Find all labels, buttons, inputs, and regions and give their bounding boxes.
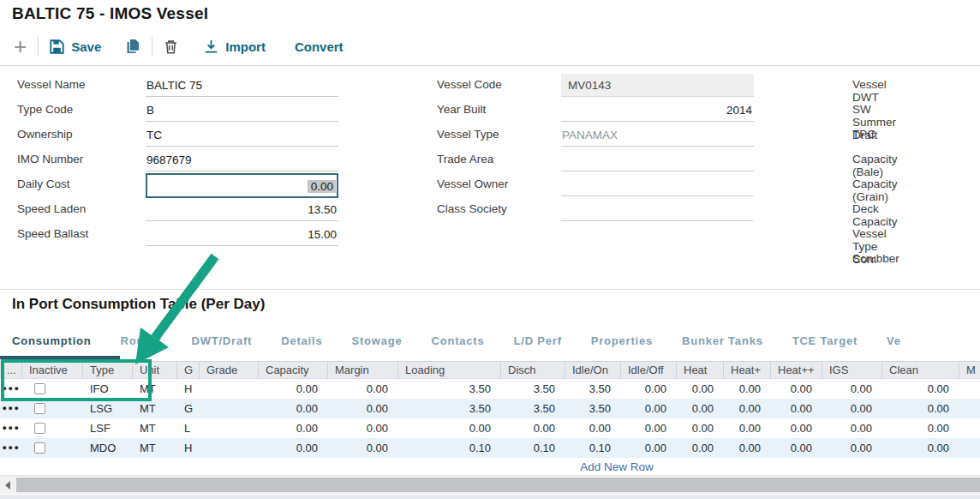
cell-g[interactable]: H — [177, 379, 200, 399]
cell-idle-off[interactable]: 0.00 — [621, 418, 677, 438]
cell-g[interactable]: H — [177, 438, 200, 458]
tab-dwt-draft[interactable]: DWT/Draft — [191, 334, 252, 347]
cell-margin[interactable]: 0.00 — [328, 379, 398, 399]
cell-type[interactable]: LSG — [83, 399, 133, 418]
inactive-checkbox[interactable] — [34, 403, 45, 414]
save-button[interactable]: Save — [50, 39, 101, 54]
cell-clean[interactable]: 0.00 — [882, 399, 959, 418]
cell-type[interactable]: IFO — [83, 379, 133, 399]
cell-heat[interactable]: 0.00 — [724, 438, 771, 458]
cell-heat[interactable]: 0.00 — [771, 379, 822, 399]
cell-igs[interactable]: 0.00 — [822, 399, 882, 418]
cell-idle-on[interactable]: 3.50 — [565, 399, 621, 418]
cell-unit[interactable]: MT — [133, 418, 177, 438]
import-button[interactable]: Import — [204, 39, 266, 54]
tab-bunker-tanks[interactable]: Bunker Tanks — [682, 334, 763, 347]
cell-disch[interactable]: 0.00 — [501, 418, 565, 438]
cell-unit[interactable]: MT — [133, 438, 177, 458]
cell-heat[interactable]: 0.00 — [771, 438, 822, 458]
cell-margin[interactable]: 0.00 — [328, 418, 398, 438]
cell-capacity[interactable]: 0.00 — [259, 379, 328, 399]
cell-heat[interactable]: 0.00 — [677, 379, 724, 399]
inactive-checkbox[interactable] — [34, 383, 45, 394]
cell-loading[interactable]: 3.50 — [398, 379, 501, 399]
new-button[interactable]: + — [14, 38, 27, 55]
cell-grade[interactable] — [200, 379, 259, 399]
cell-type[interactable]: MDO — [83, 438, 133, 458]
tab-stowage[interactable]: Stowage — [351, 334, 402, 347]
cell-heat[interactable]: 0.00 — [724, 399, 771, 418]
cell-type[interactable]: LSF — [83, 418, 133, 438]
cell-disch[interactable]: 0.10 — [501, 438, 565, 458]
tab-contacts[interactable]: Contacts — [431, 334, 484, 347]
horizontal-scrollbar[interactable] — [0, 475, 980, 494]
cell-m[interactable] — [959, 399, 980, 418]
scrollbar-thumb[interactable] — [16, 478, 980, 492]
cell-idle-off[interactable]: 0.00 — [621, 379, 677, 399]
cell-idle-on[interactable]: 0.00 — [565, 418, 621, 438]
cell-idle-on[interactable]: 0.10 — [565, 438, 621, 458]
cell-m[interactable] — [959, 418, 980, 438]
cell-g[interactable]: L — [177, 418, 200, 438]
add-new-row-link[interactable]: Add New Row — [580, 460, 654, 473]
cell-heat[interactable]: 0.00 — [677, 399, 724, 418]
row-menu-button[interactable]: ●●● — [0, 379, 22, 399]
cell-idle-off[interactable]: 0.00 — [621, 399, 677, 418]
cell-heat[interactable]: 0.00 — [724, 379, 771, 399]
scroll-left-button[interactable] — [0, 476, 15, 494]
cell-grade[interactable] — [200, 399, 259, 418]
type-code-field[interactable]: B — [146, 99, 338, 122]
speed-laden-field[interactable]: 13.50 — [146, 198, 338, 221]
tab-ve[interactable]: Ve — [887, 334, 901, 347]
inactive-checkbox[interactable] — [34, 423, 45, 434]
tab-tce-target[interactable]: TCE Target — [792, 334, 858, 347]
class-society-field[interactable] — [561, 198, 754, 221]
cell-disch[interactable]: 3.50 — [501, 399, 565, 418]
cell-capacity[interactable]: 0.00 — [259, 438, 328, 458]
vessel-type-field[interactable]: PANAMAX — [561, 123, 754, 147]
cell-unit[interactable]: MT — [133, 379, 177, 399]
row-menu-button[interactable]: ●●● — [0, 438, 22, 458]
inactive-checkbox[interactable] — [34, 442, 45, 454]
cell-capacity[interactable]: 0.00 — [259, 418, 328, 438]
cell-heat[interactable]: 0.00 — [724, 418, 771, 438]
tab-consumption[interactable]: Consumption — [12, 334, 92, 347]
vessel-name-field[interactable]: BALTIC 75 — [146, 74, 338, 97]
ownership-field[interactable]: TC — [146, 123, 338, 147]
cell-loading[interactable]: 0.10 — [398, 438, 501, 458]
cell-capacity[interactable]: 0.00 — [259, 399, 328, 418]
daily-cost-field[interactable]: 0.00 — [146, 173, 338, 198]
cell-clean[interactable]: 0.00 — [882, 418, 959, 438]
cell-m[interactable] — [959, 438, 980, 458]
cell-m[interactable] — [959, 379, 980, 399]
cell-heat[interactable]: 0.00 — [677, 438, 724, 458]
cell-heat[interactable]: 0.00 — [677, 418, 724, 438]
cell-igs[interactable]: 0.00 — [822, 438, 882, 458]
cell-g[interactable]: G — [177, 399, 200, 418]
cell-heat[interactable]: 0.00 — [771, 418, 822, 438]
cell-margin[interactable]: 0.00 — [328, 438, 398, 458]
copy-button[interactable] — [125, 39, 140, 54]
tab-details[interactable]: Details — [281, 334, 322, 347]
tab-properties[interactable]: Properties — [591, 334, 653, 347]
cell-igs[interactable]: 0.00 — [822, 418, 882, 438]
cell-idle-off[interactable]: 0.00 — [621, 438, 677, 458]
delete-button[interactable] — [164, 39, 178, 54]
cell-grade[interactable] — [200, 418, 259, 438]
convert-button[interactable]: Convert — [295, 39, 344, 54]
cell-disch[interactable]: 3.50 — [501, 379, 565, 399]
row-menu-button[interactable]: ●●● — [0, 399, 22, 418]
speed-ballast-field[interactable]: 15.00 — [146, 223, 338, 246]
cell-grade[interactable] — [200, 438, 259, 458]
cell-idle-on[interactable]: 3.50 — [565, 379, 621, 399]
tab-l-d-perf[interactable]: L/D Perf — [514, 334, 562, 347]
year-built-field[interactable]: 2014 — [561, 99, 754, 122]
cell-loading[interactable]: 3.50 — [398, 399, 501, 418]
vessel-owner-field[interactable] — [561, 173, 754, 196]
cell-unit[interactable]: MT — [133, 399, 177, 418]
trade-area-field[interactable] — [561, 148, 754, 171]
cell-clean[interactable]: 0.00 — [882, 379, 959, 399]
cell-heat[interactable]: 0.00 — [771, 399, 822, 418]
cell-margin[interactable]: 0.00 — [328, 399, 398, 418]
vessel-code-field[interactable]: MV0143 — [561, 74, 754, 97]
